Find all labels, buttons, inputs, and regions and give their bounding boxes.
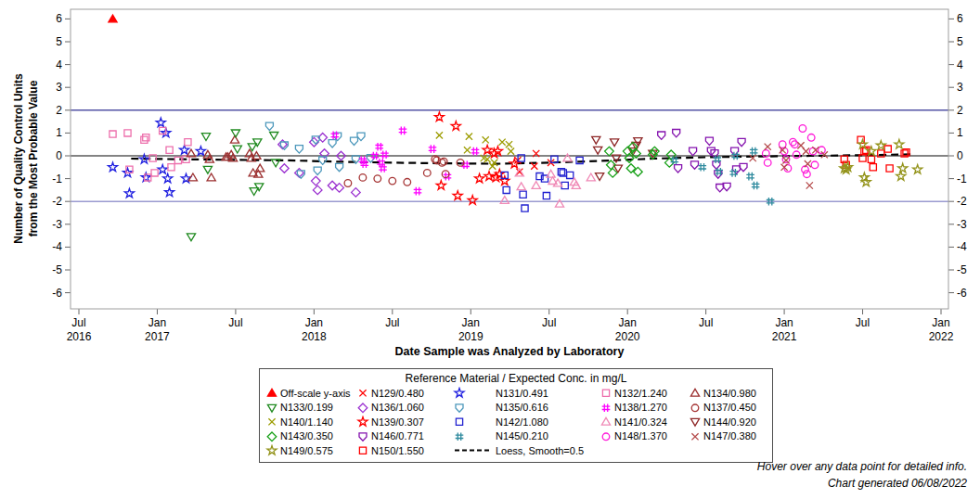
data-point-N133[interactable] bbox=[270, 133, 278, 140]
data-point-N135[interactable] bbox=[329, 140, 336, 147]
data-point-N144[interactable] bbox=[594, 147, 602, 154]
data-point-N137[interactable] bbox=[359, 174, 367, 182]
data-point-N132[interactable] bbox=[151, 170, 158, 176]
data-point-N142[interactable] bbox=[522, 205, 528, 211]
data-point-N142[interactable] bbox=[567, 172, 574, 178]
data-point-N145[interactable] bbox=[752, 182, 760, 190]
data-point-N131[interactable] bbox=[196, 147, 205, 156]
data-point-N133[interactable] bbox=[201, 134, 210, 141]
data-point-N132[interactable] bbox=[174, 157, 181, 163]
data-point-N131[interactable] bbox=[108, 162, 117, 172]
data-point-N133[interactable] bbox=[233, 146, 241, 153]
data-point-N150[interactable] bbox=[886, 165, 893, 172]
data-point-N139[interactable] bbox=[475, 173, 484, 183]
data-point-N146[interactable] bbox=[738, 138, 745, 146]
data-point-N134[interactable] bbox=[256, 164, 264, 172]
data-point-N138[interactable] bbox=[444, 173, 452, 181]
data-point-N142[interactable] bbox=[503, 186, 509, 193]
data-point-N131[interactable] bbox=[156, 118, 165, 127]
data-point-N141[interactable] bbox=[500, 197, 509, 204]
data-point-N147[interactable] bbox=[765, 144, 771, 150]
data-point-N149[interactable] bbox=[913, 165, 922, 174]
data-point-N141[interactable] bbox=[547, 170, 555, 177]
data-point-N149[interactable] bbox=[898, 163, 908, 173]
data-point-N131[interactable] bbox=[124, 188, 134, 198]
data-point-N148[interactable] bbox=[809, 147, 817, 155]
data-point-N148[interactable] bbox=[811, 161, 819, 169]
data-point-N146[interactable] bbox=[733, 166, 741, 173]
data-point-N131[interactable] bbox=[181, 173, 190, 183]
data-point-N131[interactable] bbox=[165, 187, 174, 197]
data-point-N139[interactable] bbox=[453, 191, 462, 200]
data-point-N141[interactable] bbox=[555, 199, 563, 207]
data-point-N131[interactable] bbox=[180, 146, 189, 155]
data-point-N140[interactable] bbox=[464, 147, 471, 153]
data-point-N148[interactable] bbox=[804, 171, 811, 178]
data-point-N132[interactable] bbox=[143, 134, 149, 141]
data-point-N132[interactable] bbox=[141, 136, 148, 143]
data-point-N150[interactable] bbox=[870, 164, 876, 171]
data-point-N132[interactable] bbox=[166, 147, 173, 153]
data-point-N150[interactable] bbox=[884, 146, 891, 152]
data-point-N131[interactable] bbox=[158, 165, 167, 174]
data-point-N146[interactable] bbox=[705, 137, 713, 145]
data-point-N133[interactable] bbox=[253, 139, 262, 147]
data-point-N145[interactable] bbox=[746, 173, 754, 181]
data-point-N148[interactable] bbox=[764, 160, 771, 167]
data-point-N137[interactable] bbox=[404, 179, 411, 186]
data-point-N131[interactable] bbox=[163, 173, 173, 183]
data-point-N135[interactable] bbox=[265, 122, 273, 130]
data-point-N133[interactable] bbox=[203, 166, 212, 173]
data-point-N137[interactable] bbox=[424, 170, 432, 177]
data-point-N146[interactable] bbox=[658, 132, 665, 139]
data-point-N139[interactable] bbox=[451, 122, 460, 131]
data-point-N139[interactable] bbox=[436, 181, 445, 190]
data-point-N150[interactable] bbox=[868, 156, 874, 162]
data-point-N145[interactable] bbox=[750, 147, 758, 156]
data-point-N140[interactable] bbox=[436, 132, 443, 138]
data-point-N145[interactable] bbox=[699, 163, 707, 172]
data-point-N146[interactable] bbox=[740, 163, 747, 171]
data-point-N138[interactable] bbox=[380, 151, 389, 160]
data-point-N136[interactable] bbox=[352, 188, 361, 198]
data-point-N135[interactable] bbox=[336, 163, 343, 171]
data-point-N141[interactable] bbox=[532, 182, 540, 189]
data-point-N136[interactable] bbox=[280, 164, 290, 173]
data-point-N136[interactable] bbox=[313, 186, 322, 195]
data-point-N133[interactable] bbox=[250, 188, 258, 196]
data-point-N135[interactable] bbox=[295, 146, 303, 153]
data-point-N137[interactable] bbox=[344, 180, 352, 187]
data-point-N134[interactable] bbox=[207, 173, 215, 181]
data-point-N135[interactable] bbox=[314, 167, 321, 174]
data-point-N138[interactable] bbox=[471, 147, 480, 156]
data-point-N133[interactable] bbox=[272, 160, 280, 167]
data-point-N140[interactable] bbox=[483, 136, 489, 143]
data-point-N148[interactable] bbox=[799, 125, 806, 133]
data-point-N141[interactable] bbox=[517, 183, 525, 190]
data-point-N134[interactable] bbox=[230, 135, 239, 143]
data-point-N133[interactable] bbox=[255, 184, 264, 191]
data-point-N148[interactable] bbox=[790, 138, 797, 146]
data-point-N148[interactable] bbox=[807, 134, 815, 142]
data-point-N149[interactable] bbox=[896, 172, 906, 181]
data-point-N146[interactable] bbox=[691, 161, 699, 169]
data-point-N142[interactable] bbox=[576, 157, 583, 163]
data-point-N142[interactable] bbox=[561, 182, 568, 188]
data-point-N140[interactable] bbox=[466, 134, 472, 140]
data-point-N149[interactable] bbox=[895, 139, 904, 148]
data-point-N146[interactable] bbox=[673, 130, 680, 137]
data-point-N133[interactable] bbox=[187, 234, 195, 241]
data-point-N137[interactable] bbox=[374, 175, 381, 183]
data-point-N132[interactable] bbox=[110, 131, 116, 137]
data-point-N137[interactable] bbox=[389, 177, 396, 185]
data-point-N140[interactable] bbox=[506, 141, 512, 147]
data-point-N146[interactable] bbox=[690, 147, 697, 155]
data-point-N138[interactable] bbox=[399, 127, 407, 135]
data-point-N147[interactable] bbox=[803, 148, 809, 155]
data-point-N139[interactable] bbox=[434, 112, 444, 122]
data-point-N147[interactable] bbox=[805, 160, 811, 167]
data-point-N140[interactable] bbox=[508, 148, 514, 155]
data-point-offscale[interactable] bbox=[109, 15, 117, 22]
data-point-N132[interactable] bbox=[185, 139, 191, 146]
data-point-N144[interactable] bbox=[611, 139, 619, 147]
